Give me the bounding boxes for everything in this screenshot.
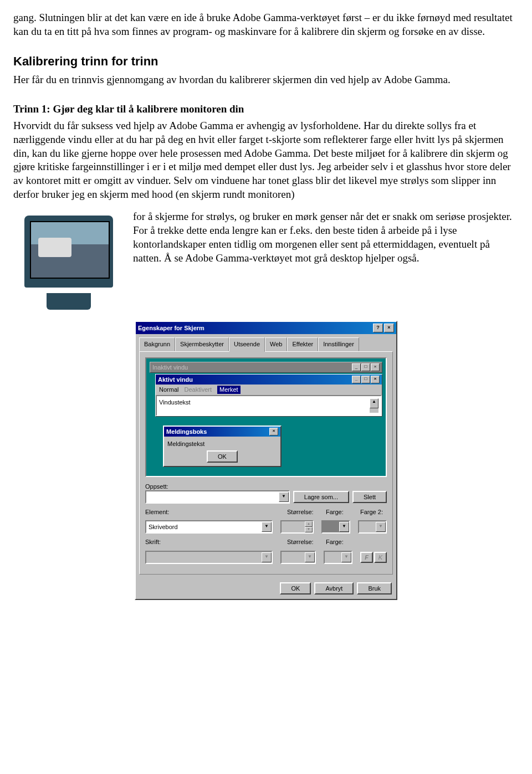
scroll-up-icon: ▲: [370, 398, 378, 408]
kalibrering-sub: Her får du en trinnvis gjennomgang av hv…: [13, 73, 519, 87]
ok-button[interactable]: OK: [280, 582, 311, 594]
tab-skjermbeskytter[interactable]: Skjermbeskytter: [175, 337, 229, 351]
skrift-label: Skrift:: [145, 538, 279, 546]
chevron-down-icon: ▼: [262, 552, 272, 562]
preview-textarea-text: Vindustekst: [159, 398, 191, 413]
trinn1-paragraph: Hvorvidt du får suksess ved hjelp av Ado…: [13, 119, 519, 201]
tab-effekter[interactable]: Effekter: [287, 337, 318, 351]
heading-kalibrering: Kalibrering trinn for trinn: [13, 54, 519, 70]
menu-selected: Merket: [217, 386, 241, 393]
italic-button: K: [374, 552, 387, 563]
menu-normal: Normal: [159, 386, 178, 393]
storrelse-spinner: ▲▼: [280, 520, 314, 534]
element-combo[interactable]: Skrivebord ▼: [145, 520, 273, 534]
monitor-paragraph: for å skjerme for strølys, og bruker en …: [133, 210, 519, 265]
display-properties-dialog: Egenskaper for Skjerm ? × Bakgrunn Skjer…: [135, 321, 397, 599]
preview-active-window: Aktivt vindu _□× Normal Deaktivert Merke…: [155, 374, 382, 417]
farge3-picker: ▼: [324, 551, 352, 564]
tab-web[interactable]: Web: [265, 337, 287, 351]
msgbox-title: Meldingsboks: [166, 428, 207, 435]
appearance-preview[interactable]: Inaktivt vindu _□× Aktivt vindu _□× Norm…: [145, 357, 387, 477]
farge-label: Farge:: [326, 508, 352, 516]
bruk-button[interactable]: Bruk: [357, 582, 392, 594]
bold-button: F: [360, 552, 373, 563]
farge2-label: Farge 2:: [360, 508, 387, 516]
tab-utseende[interactable]: Utseende: [229, 337, 265, 351]
oppsett-label: Oppsett:: [145, 483, 387, 490]
oppsett-combo[interactable]: ▼: [145, 490, 290, 504]
slett-button[interactable]: Slett: [352, 491, 387, 503]
inactive-window-title: Inaktivt vindu: [152, 363, 188, 371]
lagre-som-button[interactable]: Lagre som...: [293, 491, 349, 503]
msgbox-ok-button: OK: [207, 450, 238, 463]
msgbox-text: Meldingstekst: [167, 440, 277, 448]
farge3-label: Farge:: [326, 538, 352, 546]
element-label: Element:: [145, 508, 279, 516]
farge2-picker: ▼: [358, 520, 387, 534]
chevron-down-icon: ▼: [279, 492, 289, 502]
close-button[interactable]: ×: [384, 324, 394, 332]
storrelse-label: Størrelse:: [287, 508, 318, 516]
storrelse2-combo: ▼: [280, 551, 316, 564]
avbryt-button[interactable]: Avbryt: [314, 582, 354, 594]
intro-paragraph: gang. Slutningen blir at det kan være en…: [13, 11, 519, 38]
chevron-down-icon: ▼: [262, 522, 272, 532]
preview-messagebox: Meldingsboks × Meldingstekst OK: [163, 426, 282, 467]
storrelse2-label: Størrelse:: [287, 538, 318, 546]
monitor-illustration: [13, 210, 124, 310]
menu-disabled: Deaktivert: [184, 386, 212, 393]
preview-inactive-window: Inaktivt vindu _□×: [150, 362, 382, 373]
active-window-title: Aktivt vindu: [158, 376, 193, 383]
farge-picker[interactable]: ▼: [321, 520, 350, 534]
tab-bakgrunn[interactable]: Bakgrunn: [139, 337, 175, 351]
element-value: Skrivebord: [149, 523, 178, 531]
tab-innstillinger[interactable]: Innstillinger: [318, 337, 359, 351]
help-button[interactable]: ?: [373, 324, 383, 332]
heading-trinn1: Trinn 1: Gjør deg klar til å kalibrere m…: [13, 102, 519, 116]
tab-strip: Bakgrunn Skjermbeskytter Utseende Web Ef…: [136, 334, 396, 351]
dialog-title: Egenskaper for Skjerm: [138, 324, 204, 332]
skrift-combo: ▼: [145, 551, 273, 564]
dialog-titlebar[interactable]: Egenskaper for Skjerm ? ×: [136, 322, 396, 334]
